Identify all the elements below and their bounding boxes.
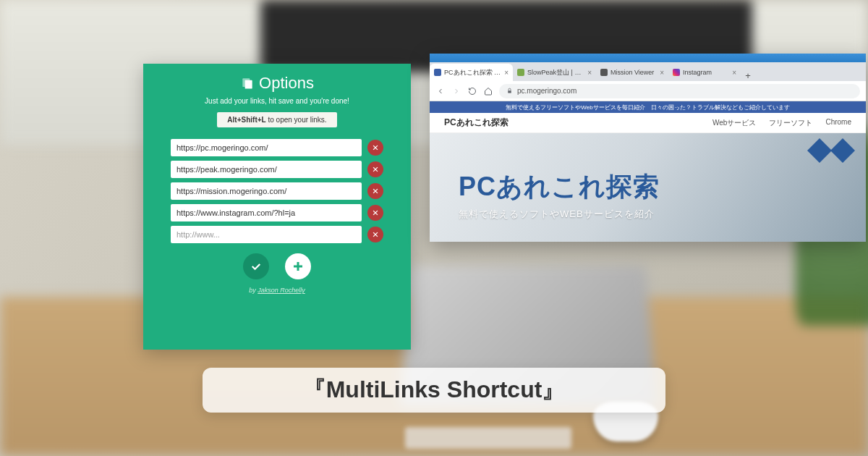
address-text: pc.mogeringo.com bbox=[517, 87, 576, 95]
nav-link[interactable]: フリーソフト bbox=[769, 118, 812, 128]
tab-title: Instagram bbox=[683, 69, 729, 76]
x-icon bbox=[372, 187, 379, 195]
hero-subtitle: 無料で使えるソフトやWEBサービスを紹介 bbox=[459, 208, 660, 221]
delete-link-button[interactable] bbox=[367, 205, 383, 221]
browser-tab[interactable]: Instagram× bbox=[668, 64, 741, 81]
add-button[interactable] bbox=[285, 253, 311, 279]
delete-link-button[interactable] bbox=[367, 161, 383, 177]
delete-link-button[interactable] bbox=[367, 183, 383, 199]
hero-title: PCあれこれ探索 bbox=[459, 169, 660, 205]
title-banner: 『MultiLinks Shortcut』 bbox=[203, 368, 665, 413]
tab-title: Mission Viewer bbox=[610, 69, 657, 76]
address-bar: pc.mogeringo.com bbox=[430, 81, 866, 101]
link-row bbox=[171, 182, 383, 200]
x-icon bbox=[372, 209, 379, 216]
back-icon[interactable] bbox=[435, 86, 446, 96]
tab-close-icon[interactable]: × bbox=[504, 69, 509, 77]
tab-favicon bbox=[673, 69, 680, 76]
copy-icon bbox=[240, 76, 255, 90]
keyboard-blur bbox=[405, 427, 571, 449]
svg-rect-1 bbox=[245, 80, 252, 89]
browser-window: PCあれこれ探索 - 無料で使えるフリ×SlowPeak登山 | 週末登山を楽し… bbox=[430, 54, 866, 242]
link-row bbox=[171, 226, 383, 243]
check-icon bbox=[250, 260, 263, 273]
link-input[interactable] bbox=[171, 226, 362, 243]
address-field[interactable]: pc.mogeringo.com bbox=[499, 84, 860, 98]
window-titlebar bbox=[430, 54, 866, 62]
tab-close-icon[interactable]: × bbox=[660, 69, 664, 77]
home-icon[interactable] bbox=[483, 86, 493, 96]
new-tab-button[interactable]: + bbox=[741, 70, 755, 81]
options-panel: Options Just add your links, hit save an… bbox=[143, 64, 411, 350]
link-row bbox=[171, 139, 383, 156]
browser-tab[interactable]: SlowPeak登山 | 週末登山を楽しむ× bbox=[513, 64, 596, 81]
tabstrip: PCあれこれ探索 - 無料で使えるフリ×SlowPeak登山 | 週末登山を楽し… bbox=[430, 62, 866, 81]
tab-close-icon[interactable]: × bbox=[732, 69, 736, 77]
x-icon bbox=[372, 231, 379, 238]
link-input[interactable] bbox=[171, 182, 362, 200]
site-header: PCあれこれ探索 WebサービスフリーソフトChrome bbox=[430, 113, 866, 133]
link-input[interactable] bbox=[171, 161, 362, 178]
author-link[interactable]: Jakson Rochelly bbox=[258, 287, 305, 294]
tab-title: PCあれこれ探索 - 無料で使えるフリ bbox=[444, 68, 501, 77]
delete-link-button[interactable] bbox=[367, 140, 383, 156]
shortcut-badge: Alt+Shift+L to open your links. bbox=[217, 112, 336, 127]
nav-link[interactable]: Webサービス bbox=[712, 118, 756, 128]
tab-favicon bbox=[600, 69, 608, 76]
tab-favicon bbox=[434, 69, 441, 76]
save-button[interactable] bbox=[243, 253, 269, 279]
options-subtitle: Just add your links, hit save and you're… bbox=[161, 97, 393, 105]
site-title[interactable]: PCあれこれ探索 bbox=[444, 117, 509, 129]
forward-icon[interactable] bbox=[451, 86, 461, 96]
tab-title: SlowPeak登山 | 週末登山を楽しむ bbox=[527, 68, 584, 77]
site-banner: 無料で使えるフリーソフトやWebサービスを毎日紹介 日々の困った？トラブル解決な… bbox=[430, 101, 866, 113]
link-row bbox=[171, 204, 383, 221]
link-row bbox=[171, 161, 383, 178]
nav-link[interactable]: Chrome bbox=[825, 118, 851, 128]
link-input[interactable] bbox=[171, 204, 362, 221]
options-title: Options bbox=[161, 74, 393, 93]
x-icon bbox=[372, 144, 379, 151]
svg-rect-14 bbox=[508, 90, 511, 93]
browser-tab[interactable]: Mission Viewer× bbox=[596, 64, 668, 81]
hero-section: PCあれこれ探索 無料で使えるソフトやWEBサービスを紹介 bbox=[430, 133, 866, 242]
browser-tab[interactable]: PCあれこれ探索 - 無料で使えるフリ× bbox=[430, 64, 513, 81]
link-input[interactable] bbox=[171, 139, 362, 156]
tab-close-icon[interactable]: × bbox=[587, 69, 592, 77]
byline: by Jakson Rochelly bbox=[161, 287, 393, 294]
hero-decor bbox=[811, 142, 851, 159]
x-icon bbox=[372, 166, 379, 173]
plus-icon bbox=[292, 260, 305, 273]
delete-link-button[interactable] bbox=[367, 227, 383, 242]
tab-favicon bbox=[517, 69, 524, 76]
reload-icon[interactable] bbox=[467, 86, 477, 96]
lock-icon bbox=[506, 88, 513, 94]
